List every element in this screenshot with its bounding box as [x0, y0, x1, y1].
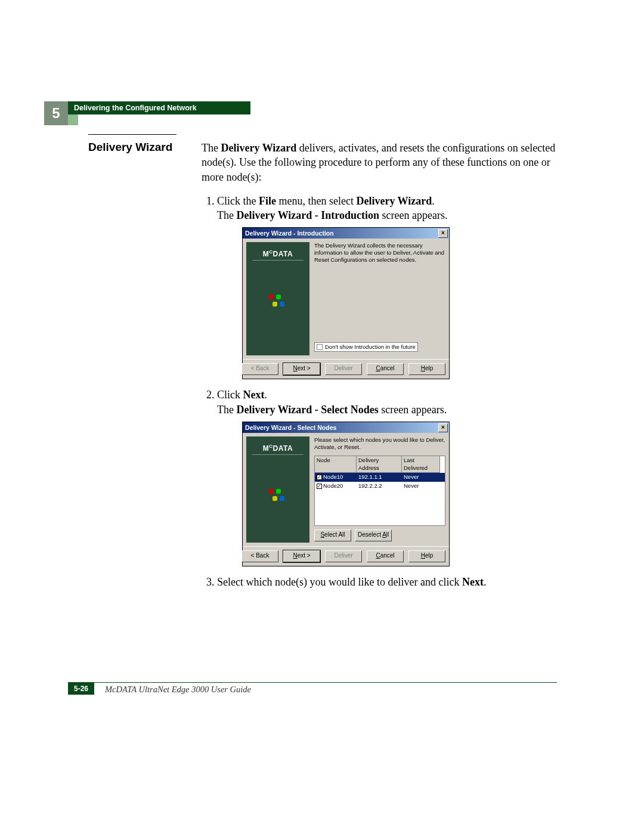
- section-rule: [88, 134, 177, 135]
- table-row[interactable]: ✓Node20 192.2.2.2 Never: [315, 482, 445, 491]
- dialog-description: The Delivery Wizard collects the necessa…: [314, 242, 445, 264]
- select-all-button[interactable]: Select All: [314, 529, 351, 541]
- body-column: The Delivery Wizard delivers, activates,…: [202, 141, 556, 595]
- dialog-description: Please select which nodes you would like…: [314, 436, 445, 451]
- select-nodes-dialog-screenshot: Delivery Wizard - Select Nodes × MCDATA: [242, 422, 450, 566]
- step-1-result: The Delivery Wizard - Introduction scree…: [217, 208, 556, 222]
- cancel-button[interactable]: Cancel: [367, 363, 404, 375]
- running-header: Delivering the Configured Network: [68, 101, 250, 114]
- wizard-icon: [269, 489, 286, 502]
- dialog-button-row: < Back Next > Deliver Cancel Help: [243, 359, 449, 379]
- dialog-right-pane: Please select which nodes you would like…: [314, 436, 445, 543]
- mcdata-logo: MCDATA: [246, 444, 309, 453]
- next-button[interactable]: Next >: [283, 363, 320, 375]
- dialog-title: Delivery Wizard - Select Nodes: [245, 423, 336, 432]
- dialog-left-pane: MCDATA: [246, 436, 309, 543]
- selection-buttons: Select All Deselect All: [314, 529, 445, 541]
- document-page: 5 Delivering the Configured Network Deli…: [0, 0, 644, 833]
- close-icon[interactable]: ×: [438, 229, 448, 238]
- dialog-title: Delivery Wizard - Introduction: [245, 229, 334, 237]
- nodes-table: Node Delivery Address Last Delivered ✓No…: [314, 456, 445, 526]
- step-3: Select which node(s) you would like to d…: [217, 575, 556, 589]
- deliver-button: Deliver: [325, 363, 362, 375]
- back-button[interactable]: < Back: [242, 550, 278, 562]
- col-delivery-address: Delivery Address: [357, 456, 402, 473]
- cancel-button[interactable]: Cancel: [367, 550, 404, 562]
- dialog-titlebar: Delivery Wizard - Introduction ×: [243, 228, 449, 239]
- page-footer: 5-26 McDATA UltraNet Edge 3000 User Guid…: [68, 682, 557, 695]
- dialog-button-row: < Back Next > Deliver Cancel Help: [243, 546, 449, 566]
- back-button: < Back: [242, 363, 278, 375]
- step-2: Click Next. The Delivery Wizard - Select…: [217, 388, 556, 566]
- table-row[interactable]: ✓Node10 192.1.1.1 Never: [315, 473, 445, 482]
- wizard-icon: [269, 295, 286, 308]
- step-2-result: The Delivery Wizard - Select Nodes scree…: [217, 402, 556, 417]
- close-icon[interactable]: ×: [438, 423, 448, 432]
- table-header-row: Node Delivery Address Last Delivered: [315, 456, 445, 473]
- introduction-dialog-screenshot: Delivery Wizard - Introduction × MCDATA: [242, 227, 450, 379]
- section-heading: Delivery Wizard: [88, 141, 172, 154]
- intro-paragraph: The Delivery Wizard delivers, activates,…: [202, 141, 556, 184]
- page-number: 5-26: [68, 683, 94, 695]
- col-node: Node: [315, 456, 357, 473]
- deliver-button: Deliver: [325, 550, 362, 562]
- dialog-right-pane: The Delivery Wizard collects the necessa…: [314, 242, 445, 355]
- checkbox-icon: [317, 344, 323, 350]
- deselect-all-button[interactable]: Deselect All: [355, 529, 392, 541]
- step-1: Click the File menu, then select Deliver…: [217, 194, 556, 380]
- checkbox-icon: ✓: [317, 484, 322, 489]
- next-button[interactable]: Next >: [283, 550, 320, 562]
- procedure-list: Click the File menu, then select Deliver…: [202, 194, 556, 589]
- help-button[interactable]: Help: [408, 363, 445, 375]
- decorative-strip: [68, 114, 78, 125]
- mcdata-logo: MCDATA: [246, 249, 309, 259]
- dialog-titlebar: Delivery Wizard - Select Nodes ×: [243, 422, 449, 433]
- book-title: McDATA UltraNet Edge 3000 User Guide: [105, 685, 251, 695]
- col-last-delivered: Last Delivered: [402, 456, 440, 473]
- help-button[interactable]: Help: [408, 550, 445, 562]
- chapter-number-tab: 5: [44, 101, 68, 125]
- checkbox-icon: ✓: [317, 475, 322, 480]
- dialog-left-pane: MCDATA: [246, 242, 309, 355]
- dont-show-checkbox[interactable]: Don't show Introduction in the future: [314, 342, 418, 352]
